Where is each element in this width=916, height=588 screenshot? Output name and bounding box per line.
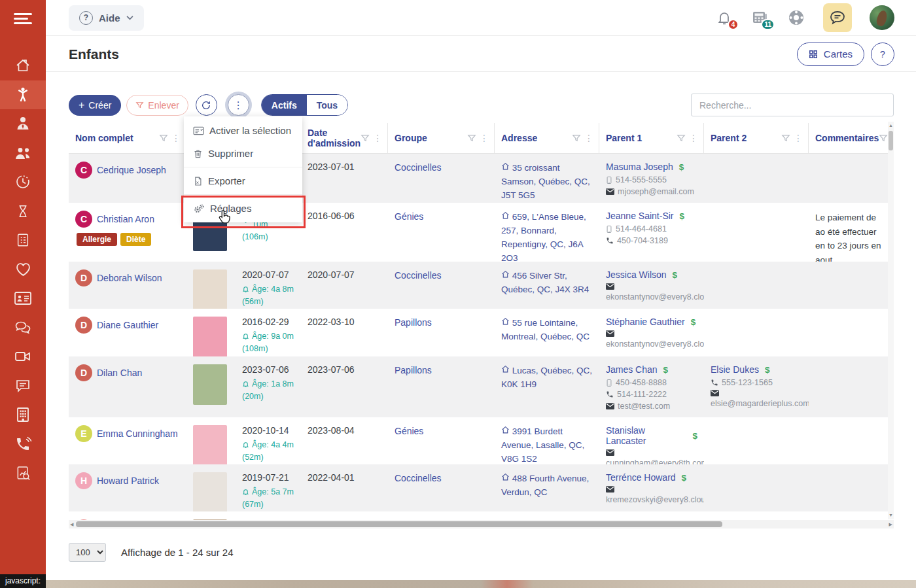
table-row[interactable]: HHuey Donald2023-01-012023-08-12Papillon… xyxy=(69,511,893,520)
sidebar-item-hourglass[interactable] xyxy=(0,197,46,226)
parent-email[interactable]: mjoseph@email.com xyxy=(618,187,694,196)
group-link[interactable]: Papillons xyxy=(395,317,432,328)
child-name-link[interactable]: Diane Gauthier xyxy=(97,320,158,330)
search-input[interactable] xyxy=(691,94,894,116)
column-header-commentaires[interactable]: Commentaires⋮ xyxy=(809,123,893,153)
sidebar-item-report[interactable] xyxy=(0,458,46,488)
parent-email[interactable]: cunningham@every8th.com xyxy=(606,458,704,464)
column-menu-icon[interactable]: ⋮ xyxy=(584,133,593,143)
parent-name-link[interactable]: Stanislaw Lancaster xyxy=(606,425,686,446)
child-name-link[interactable]: Deborah Wilson xyxy=(97,273,162,283)
vertical-scroll-thumb[interactable] xyxy=(889,131,893,150)
column-filter-icon[interactable] xyxy=(781,133,790,143)
sidebar-item-building[interactable] xyxy=(0,400,46,430)
table-row[interactable]: EEmma Cunningham2020-10-14Âge: 4a 4m(52m… xyxy=(69,417,893,464)
child-photo[interactable] xyxy=(193,425,227,464)
column-header-groupe[interactable]: Groupe⋮ xyxy=(388,123,495,153)
column-header-parent-1[interactable]: Parent 1⋮ xyxy=(599,123,704,153)
column-header-parent-2[interactable]: Parent 2⋮ xyxy=(704,123,809,153)
sidebar-item-video[interactable] xyxy=(0,342,46,372)
sidebar-item-staff[interactable] xyxy=(0,109,46,139)
parent-name-link[interactable]: Jeanne Saint-Sir xyxy=(606,211,674,221)
scroll-left-arrow[interactable]: ◀ xyxy=(69,522,75,527)
child-photo[interactable] xyxy=(193,472,227,511)
billing-dollar-icon[interactable]: $ xyxy=(682,473,687,483)
billing-dollar-icon[interactable]: $ xyxy=(691,317,696,327)
table-row[interactable]: DDeborah Wilson2020-07-07Âge: 4a 8m(56m)… xyxy=(69,262,893,309)
parent-name-link[interactable]: James Chan xyxy=(606,364,658,375)
column-filter-icon[interactable] xyxy=(467,133,476,143)
group-link[interactable]: Génies xyxy=(395,211,423,222)
child-name-link[interactable]: Howard Patrick xyxy=(97,476,159,486)
child-photo[interactable] xyxy=(193,317,227,356)
column-filter-icon[interactable] xyxy=(879,133,888,143)
create-button[interactable]: + Créer xyxy=(69,95,121,116)
child-photo[interactable] xyxy=(193,364,227,405)
cards-view-button[interactable]: Cartes xyxy=(797,43,864,66)
column-menu-icon[interactable]: ⋮ xyxy=(689,133,698,143)
chat-button[interactable] xyxy=(823,3,852,32)
support-button[interactable] xyxy=(787,9,805,27)
parent-email[interactable]: ekonstantynov@every8.cloud xyxy=(606,292,704,302)
column-header-adresse[interactable]: Adresse⋮ xyxy=(495,123,599,153)
table-row[interactable]: HHoward Patrick2019-07-21Âge: 5a 7m(67m)… xyxy=(69,464,893,511)
sidebar-item-children[interactable] xyxy=(0,80,46,110)
more-actions-button[interactable]: ⋮ xyxy=(228,94,249,116)
menu-toggle-button[interactable] xyxy=(0,0,46,37)
horizontal-scrollbar[interactable]: ◀ ▶ xyxy=(69,520,894,528)
parent-name-link[interactable]: Stéphanie Gauthier xyxy=(606,317,685,327)
notifications-button[interactable]: 4 xyxy=(715,9,733,27)
parent-email[interactable]: test@test.com xyxy=(618,402,670,411)
child-name-link[interactable]: Emma Cunningham xyxy=(97,428,178,439)
menu-item-supprimer[interactable]: Supprimer xyxy=(184,142,302,165)
scroll-up-arrow[interactable]: ▲ xyxy=(889,122,893,130)
child-photo[interactable] xyxy=(193,269,227,309)
vertical-scrollbar[interactable]: ▲ ▼ xyxy=(888,122,894,519)
group-link[interactable]: Coccinelles xyxy=(395,473,442,483)
billing-dollar-icon[interactable]: $ xyxy=(765,365,770,375)
page-help-button[interactable]: ? xyxy=(871,43,894,66)
horizontal-scroll-thumb[interactable] xyxy=(76,521,722,527)
column-filter-icon[interactable] xyxy=(677,133,686,143)
table-row[interactable]: DDilan Chan2023-07-06Âge: 1a 8m(20m)2023… xyxy=(69,356,893,417)
sidebar-item-message[interactable] xyxy=(0,372,46,401)
billing-dollar-icon[interactable]: $ xyxy=(663,365,669,375)
column-menu-icon[interactable]: ⋮ xyxy=(171,133,181,143)
tab-tous[interactable]: Tous xyxy=(307,95,347,115)
billing-dollar-icon[interactable]: $ xyxy=(680,211,685,221)
parent-email[interactable]: elsie@magarderieplus.com xyxy=(711,399,809,408)
sidebar-item-family[interactable] xyxy=(0,139,46,168)
column-header-nom-complet[interactable]: Nom complet⋮ xyxy=(69,123,186,153)
parent-name-link[interactable]: Elsie Dukes xyxy=(711,364,759,375)
refresh-button[interactable] xyxy=(196,94,217,116)
sidebar-item-invoice[interactable] xyxy=(0,226,46,255)
parent-name-link[interactable]: Terrénce Howard xyxy=(606,472,676,483)
sidebar-item-heart[interactable] xyxy=(0,255,46,285)
group-link[interactable]: Génies xyxy=(395,426,423,436)
sidebar-item-home[interactable] xyxy=(0,51,46,80)
group-link[interactable]: Coccinelles xyxy=(395,270,442,281)
billing-dollar-icon[interactable]: $ xyxy=(692,431,697,441)
column-filter-icon[interactable] xyxy=(361,133,370,143)
user-avatar[interactable] xyxy=(870,5,894,30)
column-header-date-d-admission[interactable]: Date d'admission⋮ xyxy=(301,123,388,153)
column-menu-icon[interactable]: ⋮ xyxy=(794,133,803,143)
parent-name-link[interactable]: Jessica Wilson xyxy=(606,269,667,280)
parent-email[interactable]: kremezovskyi@every8.cloud xyxy=(606,495,704,504)
aide-button[interactable]: ? Aide xyxy=(69,5,144,31)
sidebar-item-clock[interactable] xyxy=(0,167,46,197)
sidebar-item-phone-waves[interactable] xyxy=(0,430,46,459)
billing-button[interactable]: 11 xyxy=(751,9,769,27)
tab-actifs[interactable]: Actifs xyxy=(262,95,307,115)
remove-button[interactable]: Enlever xyxy=(126,95,188,116)
parent-name-link[interactable]: Masuma Joseph xyxy=(606,162,673,172)
column-filter-icon[interactable] xyxy=(159,133,168,143)
menu-item-activer-selection[interactable]: Activer la sélection xyxy=(184,119,302,142)
child-name-link[interactable]: Cedrique Joseph xyxy=(97,165,166,175)
child-name-link[interactable]: Dilan Chan xyxy=(97,368,142,378)
group-link[interactable]: Coccinelles xyxy=(395,162,442,173)
menu-item-exporter[interactable]: Exporter xyxy=(184,169,302,192)
page-size-select[interactable]: 100 xyxy=(69,543,106,562)
sidebar-item-chat-bubbles[interactable] xyxy=(0,313,46,343)
column-filter-icon[interactable] xyxy=(572,133,581,143)
